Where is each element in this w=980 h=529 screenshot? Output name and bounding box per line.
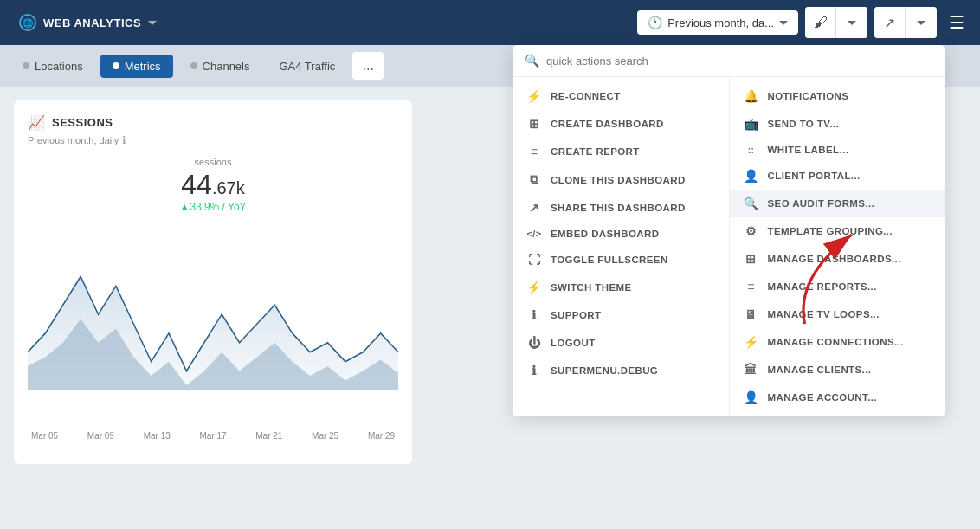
x-label-2: Mar 09: [87, 431, 114, 441]
menu-item-manage-reports[interactable]: ≡ MANAGE REPORTS...: [730, 273, 946, 300]
menu-item-embed-dashboard[interactable]: </> EMBED DASHBOARD: [513, 222, 729, 246]
embed-dashboard-icon: </>: [526, 229, 542, 239]
menu-item-toggle-fullscreen[interactable]: ⛶ TOGGLE FULLSCREEN: [513, 246, 729, 274]
share-chevron-button[interactable]: [906, 7, 937, 38]
share-button-group: ↗: [874, 7, 937, 38]
menu-item-reconnect[interactable]: ⚡ RE-CONNECT: [513, 82, 729, 110]
menu-item-toggle-fullscreen-label: TOGGLE FULLSCREEN: [551, 255, 668, 265]
switch-theme-icon: ⚡: [526, 281, 542, 294]
menu-item-manage-clients[interactable]: 🏛 MANAGE CLIENTS...: [730, 356, 946, 384]
menu-item-client-portal-label: CLIENT PORTAL...: [768, 171, 861, 181]
x-label-3: Mar 13: [144, 431, 171, 441]
manage-tv-loops-icon: 🖥: [744, 307, 759, 321]
menu-item-create-dashboard-label: CREATE DASHBOARD: [551, 119, 664, 129]
menu-item-manage-connections-label: MANAGE CONNECTIONS...: [768, 337, 904, 347]
menu-item-client-portal[interactable]: 👤 CLIENT PORTAL...: [730, 162, 946, 190]
seo-audit-forms-icon: 🔍: [744, 197, 759, 210]
date-range-button[interactable]: 🕐 Previous month, da...: [637, 10, 798, 35]
search-box: 🔍: [513, 45, 945, 77]
menu-item-create-dashboard[interactable]: ⊞ CREATE DASHBOARD: [513, 110, 729, 138]
menu-item-manage-dashboards-label: MANAGE DASHBOARDS...: [768, 254, 901, 264]
support-icon: ℹ: [526, 308, 542, 322]
menu-columns: ⚡ RE-CONNECT ⊞ CREATE DASHBOARD ≡ CREATE…: [513, 77, 945, 416]
menu-item-reconnect-label: RE-CONNECT: [551, 91, 621, 101]
x-label-4: Mar 17: [199, 431, 226, 441]
menu-item-manage-account[interactable]: 👤 MANAGE ACCOUNT...: [730, 384, 946, 411]
create-report-icon: ≡: [526, 145, 542, 158]
widget-change: ▲33.9% / YoY: [28, 201, 398, 213]
widget-value-main: 44: [181, 169, 212, 200]
menu-item-logout[interactable]: ⏻ LOGOUT: [513, 329, 729, 357]
share-chevron-icon: [917, 21, 925, 25]
tab-ga4-traffic[interactable]: GA4 Traffic: [267, 55, 347, 78]
widget-title: SESSIONS: [52, 116, 113, 129]
clock-icon: 🕐: [648, 16, 662, 29]
tab-metrics-label: Metrics: [125, 60, 161, 73]
app-title-button[interactable]: 🌐 WEB ANALYTICS: [10, 9, 165, 36]
tab-more-button[interactable]: ...: [352, 52, 384, 80]
tab-ga4-traffic-label: GA4 Traffic: [279, 60, 335, 73]
menu-item-template-grouping[interactable]: ⚙ TEMPLATE GROUPING...: [730, 217, 946, 245]
tab-locations[interactable]: Locations: [10, 55, 95, 78]
menu-item-create-report[interactable]: ≡ CREATE REPORT: [513, 138, 729, 165]
brush-button-group: 🖌: [805, 7, 867, 38]
search-input[interactable]: [546, 55, 933, 68]
template-grouping-icon: ⚙: [744, 224, 759, 238]
brush-chevron-button[interactable]: [836, 7, 867, 38]
menu-item-switch-theme[interactable]: ⚡ SWITCH THEME: [513, 274, 729, 301]
client-portal-icon: 👤: [744, 169, 759, 183]
menu-item-send-to-tv-label: SEND TO TV...: [768, 119, 840, 129]
menu-item-white-label[interactable]: :: WHITE LABEL...: [730, 138, 946, 162]
brush-button[interactable]: 🖌: [805, 7, 836, 38]
x-label-6: Mar 25: [312, 431, 338, 441]
menu-item-manage-reports-label: MANAGE REPORTS...: [768, 281, 877, 292]
menu-item-template-grouping-label: TEMPLATE GROUPING...: [768, 226, 893, 236]
menu-item-white-label-label: WHITE LABEL...: [768, 145, 849, 155]
menu-item-manage-connections[interactable]: ⚡ MANAGE CONNECTIONS...: [730, 328, 946, 356]
share-icon: ↗: [884, 15, 895, 31]
share-button[interactable]: ↗: [874, 7, 906, 38]
send-to-tv-icon: 📺: [744, 117, 759, 131]
menu-item-seo-audit-forms[interactable]: 🔍 SEO AUDIT FORMS...: [730, 190, 946, 217]
widget-value: 44.67k: [28, 169, 398, 201]
menu-item-manage-dashboards[interactable]: ⊞ MANAGE DASHBOARDS...: [730, 245, 946, 273]
hamburger-button[interactable]: ☰: [944, 7, 970, 38]
info-icon: ℹ: [122, 134, 126, 146]
brush-icon: 🖌: [814, 15, 828, 30]
menu-item-manage-tv-loops-label: MANAGE TV LOOPS...: [768, 309, 880, 319]
widget-subtitle: Previous month, daily ℹ: [28, 134, 398, 146]
tab-channels-label: Channels: [203, 60, 250, 73]
sessions-chart: [28, 220, 398, 428]
menu-item-clone-dashboard-label: CLONE THIS DASHBOARD: [551, 175, 686, 185]
menu-item-clone-dashboard[interactable]: ⧉ CLONE THIS DASHBOARD: [513, 165, 729, 194]
menu-item-send-to-tv[interactable]: 📺 SEND TO TV...: [730, 110, 946, 138]
menu-item-notifications[interactable]: 🔔 NOTIFICATIONS: [730, 82, 946, 110]
menu-item-supermenu-debug[interactable]: ℹ SUPERMENU.DEBUG: [513, 357, 729, 384]
menu-item-supermenu-debug-label: SUPERMENU.DEBUG: [551, 365, 658, 376]
manage-connections-icon: ⚡: [744, 335, 759, 349]
x-label-7: Mar 29: [368, 431, 395, 441]
quick-actions-menu: 🔍 ⚡ RE-CONNECT ⊞ CREATE DASHBOARD ≡ CREA…: [513, 45, 945, 416]
create-dashboard-icon: ⊞: [526, 117, 542, 131]
menu-item-manage-tv-loops[interactable]: 🖥 MANAGE TV LOOPS...: [730, 300, 946, 328]
tab-dot-metrics: [113, 62, 119, 69]
toggle-fullscreen-icon: ⛶: [526, 253, 542, 267]
menu-item-switch-theme-label: SWITCH THEME: [551, 282, 632, 293]
share-dashboard-icon: ↗: [526, 201, 542, 215]
manage-reports-icon: ≡: [744, 280, 759, 294]
widget-icon: 📈: [28, 114, 45, 131]
x-label-1: Mar 05: [31, 431, 58, 441]
x-label-5: Mar 21: [255, 431, 282, 441]
logout-icon: ⏻: [526, 336, 542, 350]
tab-channels[interactable]: Channels: [178, 55, 262, 78]
manage-account-icon: 👤: [744, 390, 759, 404]
menu-item-share-dashboard[interactable]: ↗ SHARE THIS DASHBOARD: [513, 194, 729, 222]
menu-item-support[interactable]: ℹ SUPPORT: [513, 301, 729, 329]
tab-metrics[interactable]: Metrics: [100, 55, 173, 78]
tab-more-icon: ...: [363, 58, 374, 74]
tab-locations-label: Locations: [35, 60, 83, 73]
menu-item-support-label: SUPPORT: [551, 310, 601, 320]
brush-chevron-icon: [848, 21, 856, 25]
menu-right-column: 🔔 NOTIFICATIONS 📺 SEND TO TV... :: WHITE…: [730, 77, 946, 416]
menu-item-embed-dashboard-label: EMBED DASHBOARD: [551, 229, 659, 239]
